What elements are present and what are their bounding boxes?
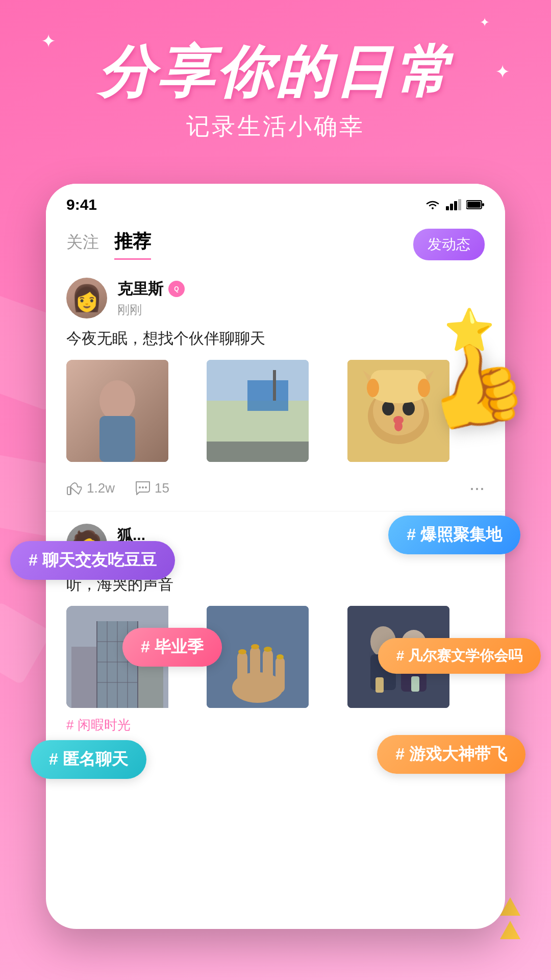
- feed-content: 克里斯 Q 刚刚 今夜无眠，想找个伙伴聊聊天: [46, 265, 505, 746]
- hashtag-graduation[interactable]: # 毕业季: [122, 628, 222, 667]
- tab-recommend[interactable]: 推荐: [114, 229, 151, 260]
- comment-count: 15: [155, 480, 169, 496]
- user-info-1: 克里斯 Q 刚刚: [117, 279, 485, 318]
- svg-rect-1: [450, 204, 453, 210]
- tab-follow[interactable]: 关注: [66, 231, 99, 258]
- svg-point-10: [99, 380, 135, 421]
- svg-point-54: [264, 647, 272, 652]
- like-icon: [66, 481, 83, 495]
- hashtag-gaming[interactable]: # 游戏大神带飞: [377, 735, 525, 774]
- svg-text:Q: Q: [174, 285, 179, 292]
- post-text-1: 今夜无眠，想找个伙伴聊聊天: [66, 327, 485, 350]
- svg-rect-3: [458, 199, 461, 210]
- post-image-girl[interactable]: [66, 360, 168, 462]
- svg-rect-14: [207, 442, 309, 462]
- svg-rect-11: [99, 416, 135, 462]
- post-button[interactable]: 发动态: [413, 229, 485, 260]
- avatar-1: [66, 278, 107, 318]
- svg-rect-36: [71, 647, 97, 708]
- svg-rect-16: [273, 370, 276, 401]
- hero-subtitle: 记录生活小确幸: [31, 111, 520, 142]
- hashtag-photo[interactable]: # 爆照聚集地: [388, 516, 520, 554]
- hero-title: 分享你的日常: [31, 41, 520, 103]
- like-count: 1.2w: [87, 480, 115, 496]
- svg-rect-62: [411, 676, 419, 692]
- status-time: 9:41: [66, 196, 97, 213]
- hashtag-chat[interactable]: # 聊天交友吃豆豆: [10, 541, 175, 580]
- svg-rect-51: [276, 657, 285, 693]
- post-footer-1: 1.2w 15 ···: [66, 472, 485, 499]
- svg-rect-49: [250, 647, 260, 690]
- hashtag-anonymous[interactable]: # 匿名聊天: [31, 740, 146, 779]
- wifi-icon: [424, 199, 441, 210]
- battery-icon: [466, 200, 485, 210]
- svg-point-52: [238, 649, 246, 654]
- sparkle-icon-3: ✦: [495, 61, 510, 83]
- svg-rect-5: [467, 202, 481, 208]
- sparkle-icon-1: ✦: [41, 31, 56, 52]
- more-button[interactable]: ···: [469, 477, 485, 499]
- comment-icon: [135, 481, 151, 495]
- username-1: 克里斯 Q: [117, 279, 485, 300]
- sparkle-icon-2: ✦: [480, 15, 490, 30]
- phone-mockup: 👍 ⭐ 9:41: [41, 184, 510, 939]
- like-action[interactable]: 1.2w: [66, 480, 115, 496]
- svg-point-22: [382, 401, 394, 415]
- post-header-1: 克里斯 Q 刚刚: [66, 278, 485, 318]
- post-image-hands[interactable]: [207, 606, 309, 708]
- status-bar: 9:41: [46, 184, 505, 218]
- svg-point-23: [403, 401, 415, 415]
- comment-action[interactable]: 15: [135, 480, 169, 496]
- star-sticker: ⭐: [444, 306, 495, 354]
- svg-point-55: [277, 654, 284, 659]
- hashtag-versailles[interactable]: # 凡尔赛文学你会吗: [378, 638, 541, 674]
- svg-rect-0: [446, 206, 449, 210]
- svg-rect-2: [454, 201, 457, 210]
- post-image-outdoor[interactable]: [207, 360, 309, 462]
- post-time-1: 刚刚: [117, 302, 485, 318]
- hero-section: ✦ ✦ ✦ 分享你的日常 记录生活小确幸: [0, 0, 551, 163]
- svg-rect-27: [370, 370, 427, 396]
- svg-rect-61: [375, 677, 384, 693]
- svg-point-28: [367, 379, 379, 397]
- svg-point-53: [251, 644, 259, 649]
- svg-point-31: [139, 486, 141, 488]
- svg-point-25: [394, 421, 403, 431]
- svg-rect-50: [263, 649, 273, 690]
- nav-tabs: 关注 推荐 发动态: [46, 218, 505, 265]
- signal-icon: [446, 199, 461, 210]
- bottom-hashtag[interactable]: # 闲暇时光: [66, 716, 485, 734]
- verified-icon-1: Q: [168, 281, 185, 297]
- status-icons: [424, 199, 485, 210]
- svg-point-33: [145, 486, 147, 488]
- svg-rect-48: [237, 652, 247, 693]
- svg-point-32: [142, 486, 144, 488]
- svg-rect-15: [247, 380, 288, 411]
- svg-rect-6: [482, 203, 484, 206]
